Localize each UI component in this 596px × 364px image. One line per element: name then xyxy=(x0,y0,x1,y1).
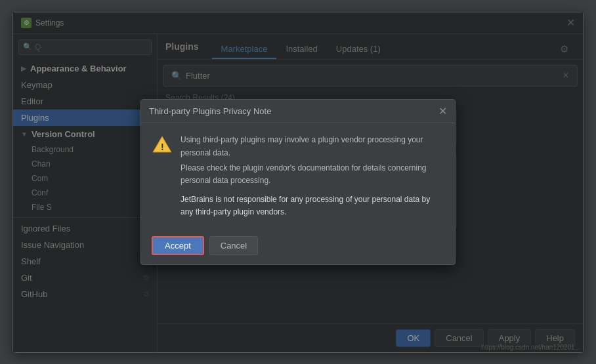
modal-close-button[interactable]: ✕ xyxy=(438,105,447,117)
privacy-modal: Third-party Plugins Privacy Note ✕ ! Usi… xyxy=(140,99,456,264)
settings-window: ⚙ Settings ✕ 🔍 ▶ Appearance & Behavior K… xyxy=(12,12,584,353)
modal-title-bar: Third-party Plugins Privacy Note ✕ xyxy=(141,100,455,123)
modal-text-line1: Using third-party plugins may involve a … xyxy=(181,134,444,159)
modal-text-line2: Please check the plugin vendor's documen… xyxy=(181,162,444,187)
svg-text:!: ! xyxy=(161,142,164,152)
modal-cancel-button[interactable]: Cancel xyxy=(209,236,258,255)
modal-title: Third-party Plugins Privacy Note xyxy=(149,106,271,116)
modal-body: ! Using third-party plugins may involve … xyxy=(141,123,455,229)
modal-text-line3: JetBrains is not responsible for any pro… xyxy=(181,193,444,218)
modal-accept-button[interactable]: Accept xyxy=(152,236,204,255)
modal-text-content: Using third-party plugins may involve a … xyxy=(181,134,444,218)
warning-icon: ! xyxy=(152,134,173,155)
modal-overlay: Third-party Plugins Privacy Note ✕ ! Usi… xyxy=(13,12,583,352)
modal-footer: Accept Cancel xyxy=(141,230,455,264)
